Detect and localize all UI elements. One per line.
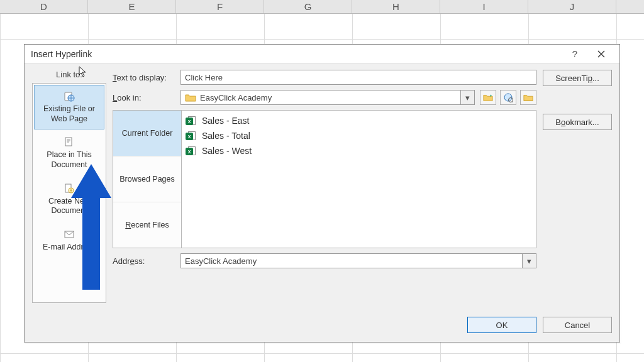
- look-in-value: EasyClick Academy: [200, 93, 272, 102]
- column-header[interactable]: J: [528, 0, 616, 13]
- dialog-title: Insert Hyperlink: [31, 49, 562, 59]
- file-item-label: Sales - West: [202, 146, 252, 156]
- file-item-label: Sales - Total: [202, 131, 250, 141]
- tab-current-folder[interactable]: Current Folder: [113, 111, 181, 156]
- bookmark-button[interactable]: Bookmark...: [543, 114, 612, 130]
- help-button[interactable]: ?: [562, 45, 588, 63]
- dialog-titlebar: Insert Hyperlink ?: [25, 45, 619, 63]
- chevron-down-icon[interactable]: ▾: [522, 254, 536, 268]
- subfolder-tabs: Current Folder Browsed Pages Recent File…: [113, 110, 182, 248]
- column-header-row: D E F G H I J: [0, 0, 644, 14]
- excel-file-icon: X: [186, 145, 197, 156]
- cursor-icon: [79, 66, 87, 77]
- file-item[interactable]: X Sales - West: [186, 143, 532, 158]
- chevron-down-icon[interactable]: ▾: [460, 90, 474, 104]
- column-header[interactable]: F: [176, 0, 264, 13]
- new-doc-icon: [64, 183, 75, 194]
- address-value: EasyClick Academy: [185, 256, 257, 266]
- linkto-label: Existing File or Web Page: [37, 104, 101, 124]
- column-header[interactable]: H: [352, 0, 440, 13]
- file-list[interactable]: X Sales - East X Sales - Total X Sales -…: [182, 110, 536, 248]
- column-header[interactable]: I: [440, 0, 528, 13]
- linkto-create-new-document[interactable]: Create New Document: [34, 177, 104, 222]
- file-item[interactable]: X Sales - East: [186, 113, 532, 128]
- svg-point-6: [504, 94, 512, 101]
- address-label: Address:: [113, 256, 175, 266]
- insert-hyperlink-dialog: Insert Hyperlink ? Link to: Existing Fil…: [24, 44, 620, 343]
- ok-button[interactable]: OK: [467, 317, 536, 333]
- browse-file-button[interactable]: [520, 90, 536, 105]
- svg-rect-2: [65, 138, 72, 146]
- web-file-icon: [64, 90, 75, 102]
- text-to-display-label: Text to display:: [113, 73, 175, 82]
- tab-recent-files[interactable]: Recent Files: [113, 202, 181, 248]
- look-in-combo[interactable]: EasyClick Academy ▾: [180, 90, 475, 105]
- linkto-email-address[interactable]: E-mail Address: [34, 223, 104, 258]
- linkto-label: Place in This Document: [37, 150, 101, 170]
- close-button[interactable]: [588, 45, 614, 63]
- file-item[interactable]: X Sales - Total: [186, 128, 532, 143]
- tab-browsed-pages[interactable]: Browsed Pages: [113, 156, 181, 202]
- linkto-label: E-mail Address: [43, 243, 96, 253]
- column-header[interactable]: G: [264, 0, 352, 13]
- excel-file-icon: X: [186, 130, 197, 141]
- link-to-list: Existing File or Web Page Place in This …: [32, 83, 106, 303]
- column-header[interactable]: D: [0, 0, 88, 13]
- place-doc-icon: [64, 136, 75, 148]
- linkto-existing-file-or-web-page[interactable]: Existing File or Web Page: [34, 85, 104, 129]
- excel-file-icon: X: [186, 115, 197, 126]
- email-icon: [64, 229, 75, 240]
- up-one-level-button[interactable]: [480, 90, 496, 105]
- linkto-place-in-this-document[interactable]: Place in This Document: [34, 131, 104, 175]
- folder-icon: [185, 93, 196, 102]
- address-combo[interactable]: EasyClick Academy ▾: [180, 253, 536, 268]
- file-item-label: Sales - East: [202, 116, 249, 126]
- look-in-label: Look in:: [113, 93, 175, 102]
- screentip-button[interactable]: ScreenTip...: [543, 70, 612, 86]
- linkto-label: Create New Document: [37, 197, 101, 216]
- browse-web-button[interactable]: [500, 90, 516, 105]
- cancel-button[interactable]: Cancel: [543, 317, 612, 333]
- text-to-display-input[interactable]: [180, 70, 536, 85]
- column-header[interactable]: E: [88, 0, 176, 13]
